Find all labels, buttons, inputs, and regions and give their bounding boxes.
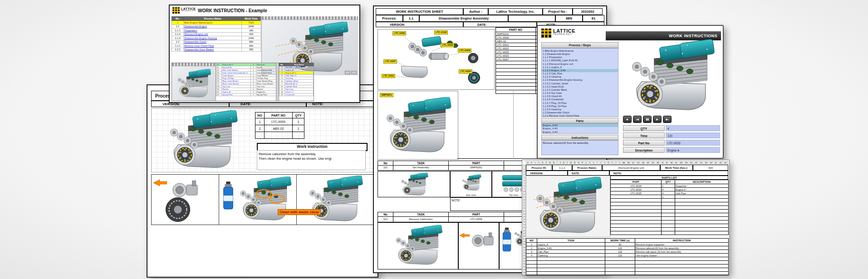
table-row[interactable]: 13Inner Clutch Pack (Default) #11Inner C… [216, 72, 276, 74]
tree-item[interactable]: 1.2.1 Remove Inner Clutch Pack [542, 114, 618, 117]
ruler-letter[interactable]: AB [628, 162, 630, 164]
parts-item[interactable]: Engine_A #1 [542, 131, 618, 134]
tree-item[interactable]: 1.1.3.4 Top Case [542, 92, 618, 95]
ruler-letter[interactable]: F [546, 162, 547, 164]
ruler-letter[interactable]: I [557, 162, 557, 164]
table-row[interactable]: 1.1Disassemble Engine2040 [172, 24, 261, 29]
ruler-letter[interactable]: X [612, 162, 613, 164]
ruler-letter[interactable]: R [589, 162, 591, 164]
ruler-letter[interactable]: AJ [666, 162, 668, 164]
tree-item[interactable]: 1 Bike Engine Maintenance [542, 49, 618, 53]
ruler-letter[interactable]: AR [705, 162, 708, 164]
parts-item[interactable]: Engine_A #1 [542, 127, 618, 130]
ruler-letter[interactable]: O [578, 162, 579, 164]
row-number[interactable]: 17 [523, 210, 525, 213]
ruler-letter[interactable]: AE [642, 162, 644, 164]
ruler-letter[interactable]: S [593, 162, 594, 164]
ruler-letter[interactable]: H [553, 162, 554, 164]
row-number[interactable]: 16 [523, 207, 525, 210]
ruler-letter[interactable]: P [582, 162, 583, 164]
ruler-letter[interactable]: M [570, 162, 572, 164]
ruler-letter[interactable]: Z [619, 162, 620, 164]
scrollbar[interactable] [276, 63, 279, 101]
row-number[interactable]: 10 [523, 190, 525, 193]
table-row[interactable]: 1.1.3Disassemble Engine Housing1440 [172, 36, 261, 40]
row-number[interactable]: 12 [523, 196, 525, 199]
ruler-letter[interactable]: AF [647, 162, 649, 164]
table-row[interactable]: 1Bike Engine Maintenance7020 [172, 21, 261, 25]
ruler-letter[interactable]: AV [725, 162, 727, 164]
ruler-letter[interactable]: AC [632, 162, 635, 164]
row-number[interactable]: 23 [523, 226, 525, 229]
ruler-letter[interactable]: T [597, 162, 598, 164]
row-number[interactable]: 31 [523, 249, 525, 252]
row-number[interactable]: 11 [523, 193, 525, 196]
ruler-letter[interactable]: AO [690, 162, 693, 164]
table-row[interactable]: 1.1.2Dismount Engine unit420 [172, 32, 261, 36]
row-number[interactable]: 30 [523, 246, 525, 249]
play-button[interactable]: ▶ [653, 116, 662, 123]
tree-item[interactable]: 1.1.3.9 Cleaning [542, 108, 618, 111]
table-row[interactable]: 11Crankshaft [280, 93, 314, 96]
viewer-nav-buttons[interactable] [345, 71, 357, 74]
step-back-button[interactable]: |◀ [633, 116, 642, 123]
row-number[interactable]: 24 [523, 230, 525, 232]
ruler-letter[interactable]: A [527, 162, 529, 164]
step-forward-button[interactable]: ▶| [663, 116, 672, 123]
ruler-letter[interactable]: AN [685, 162, 688, 164]
ruler-letter[interactable]: Y [615, 162, 617, 164]
ruler-letter[interactable]: AS [710, 162, 712, 164]
ruler-letter[interactable]: AD [637, 162, 640, 164]
parts-item[interactable]: Engine_A #1 [542, 124, 618, 127]
ruler-letter[interactable]: AI [662, 162, 663, 164]
viewer-toolbar[interactable] [262, 16, 358, 20]
tree-item[interactable]: 1.1.3 Disassemble Engine Housing [542, 78, 618, 82]
row-number[interactable]: 25 [523, 232, 525, 235]
tree-item[interactable]: 1.1.3.3 Cylinder Bank [542, 88, 618, 92]
table-row[interactable]: 1.2.2Disassemble Outer Basket360 [172, 48, 261, 52]
stop-button[interactable]: ■ [623, 116, 632, 123]
ruler-letter[interactable]: U [600, 162, 602, 164]
column-ruler[interactable]: ABCDEFGHIJKLMNOPQRSTUVWXYZAAABACADAEAFAG… [526, 161, 728, 164]
ruler-letter[interactable]: K [563, 162, 564, 164]
ruler-letter[interactable]: G [549, 162, 550, 164]
tree-item[interactable]: 1.1.3.5 Clutch #1 [542, 95, 618, 98]
tree-item[interactable]: 1.1 Disassemble Engine [542, 53, 618, 56]
ruler-letter[interactable]: AL [675, 162, 677, 164]
ruler-letter[interactable]: AA [623, 162, 625, 164]
ruler-letter[interactable]: AT [715, 162, 717, 164]
mini-viewer-toolbar[interactable] [172, 63, 216, 66]
ruler-letter[interactable]: E [542, 162, 544, 164]
table-row[interactable]: 1.2Disassemble Clutch960 [172, 40, 261, 44]
tree-item[interactable]: 1.1.3.7 Plug, Oil Pipe [542, 102, 618, 105]
tree-item[interactable]: 1.1.1.1 ENGINE_Light (Full) #1 [542, 59, 618, 62]
ruler-letter[interactable]: N [574, 162, 575, 164]
tree-item[interactable]: 1.1.2.3 Cab_Pipe [542, 72, 618, 75]
tree-item[interactable]: 1.1.2.2 Engine_A #1 [542, 69, 618, 72]
row-number[interactable]: 39 [523, 271, 525, 274]
ruler-letter[interactable]: AU [720, 162, 722, 164]
ruler-letter[interactable]: AG [652, 162, 654, 164]
tree-item[interactable]: 1.1.3.6 Crankshaft [542, 98, 618, 101]
tree-item[interactable]: 1.1.2.1 engine_A [542, 66, 618, 69]
ruler-letter[interactable]: AH [657, 162, 660, 164]
ruler-letter[interactable]: AM [680, 162, 683, 164]
pause-button[interactable]: ▮▮ [643, 116, 652, 123]
tree-item[interactable]: 1.1.3.8 Plug, Oil Pipe [542, 105, 618, 108]
ruler-letter[interactable]: AQ [700, 162, 703, 164]
ruler-letter[interactable]: L [567, 162, 568, 164]
engine-3d-image[interactable] [174, 69, 214, 99]
ruler-letter[interactable]: C [535, 162, 536, 164]
table-row[interactable]: 1.1.1Preparation180 [172, 29, 261, 33]
table-row[interactable]: 1.2.1Remove Inner Clutch Pack600 [172, 44, 261, 48]
ruler-letter[interactable]: V [604, 162, 605, 164]
tree-item[interactable]: 1.1.1 Preparation [542, 56, 618, 59]
ruler-letter[interactable]: D [538, 162, 539, 164]
ruler-letter[interactable]: AP [695, 162, 697, 164]
row-number[interactable]: 36 [523, 263, 525, 265]
ruler-letter[interactable]: Q [585, 162, 587, 164]
table-row[interactable]: 21Spring Plate1Spring Plate [216, 93, 276, 96]
row-number[interactable]: 37 [523, 266, 525, 269]
row-gutter[interactable]: 1234567891011121314151617181920212223242… [523, 165, 526, 274]
ruler-letter[interactable]: AK [671, 162, 673, 164]
